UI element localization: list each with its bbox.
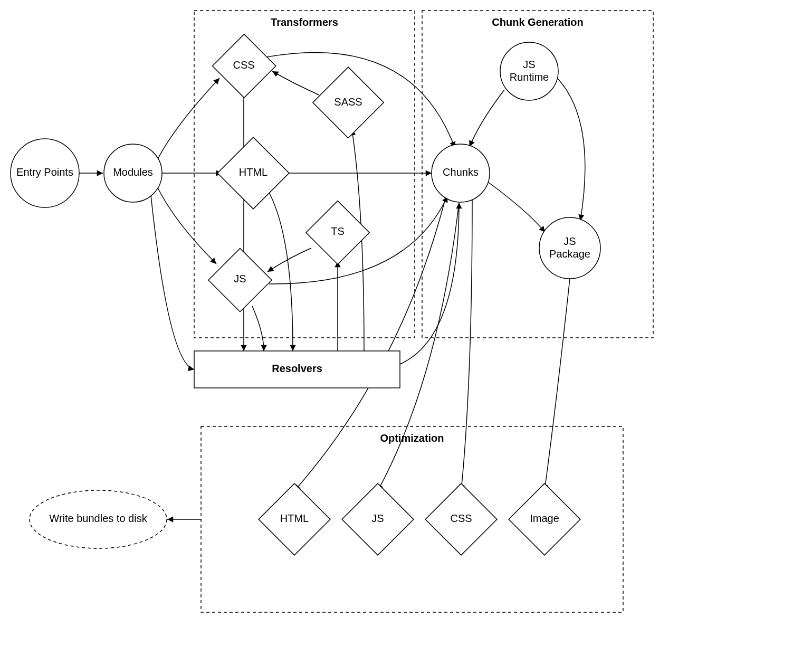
svg-text:JS: JS [523, 59, 535, 70]
svg-text:Resolvers: Resolvers [272, 363, 322, 374]
svg-text:JS: JS [371, 512, 384, 524]
bundler-pipeline-diagram: Transformers Chunk Generation Optimizati… [0, 0, 812, 665]
resolvers-node: Resolvers [194, 351, 400, 388]
modules-node: Modules [104, 144, 162, 202]
js-runtime-node: JS Runtime [500, 42, 558, 100]
svg-text:Entry Points: Entry Points [16, 166, 73, 178]
svg-text:Runtime: Runtime [510, 71, 549, 83]
svg-text:Image: Image [530, 512, 559, 524]
js-package-node: JS Package [539, 217, 600, 279]
svg-text:HTML: HTML [239, 166, 268, 178]
optimization-title: Optimization [380, 432, 444, 444]
svg-text:Write bundles to disk: Write bundles to disk [49, 512, 147, 524]
write-bundles-node: Write bundles to disk [30, 490, 167, 548]
svg-text:Package: Package [549, 248, 590, 260]
svg-text:Modules: Modules [113, 166, 153, 178]
svg-text:Chunks: Chunks [443, 166, 479, 178]
svg-text:CSS: CSS [450, 512, 472, 524]
svg-text:CSS: CSS [233, 59, 254, 71]
edge-modules-resolvers [151, 195, 194, 369]
transformers-title: Transformers [271, 16, 338, 28]
chunk-generation-title: Chunk Generation [492, 16, 583, 28]
svg-text:HTML: HTML [280, 512, 309, 524]
svg-text:TS: TS [331, 225, 345, 237]
entry-points-node: Entry Points [11, 139, 79, 207]
svg-text:JS: JS [234, 273, 246, 284]
chunks-node: Chunks [432, 144, 490, 202]
svg-text:JS: JS [563, 235, 576, 247]
svg-text:SASS: SASS [334, 96, 362, 108]
